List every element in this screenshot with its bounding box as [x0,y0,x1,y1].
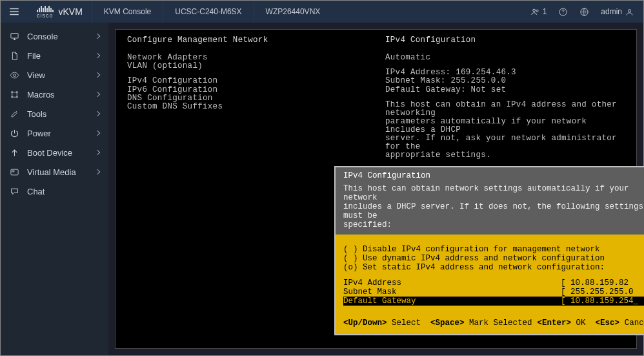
radio-option[interactable]: ( ) Use dynamic IPv4 address and network… [343,254,644,263]
body: Console File View Macros Tools [1,23,643,355]
hamburger-icon [8,6,20,17]
sidebar-item-label: Macros [27,90,88,99]
brand: cisco vKVM [28,5,92,19]
sidebar-item-view[interactable]: View [1,65,108,85]
hint-enter: <Enter> [538,319,572,328]
sidebar-item-label: Virtual Media [27,167,88,177]
field-ipv4-address[interactable]: IPv4 Address[ 10.88.159.82 ] [343,278,644,288]
arrow-up-icon [10,148,19,158]
username-label: admin [601,7,622,16]
sidebar: Console File View Macros Tools [1,23,108,355]
media-icon [10,167,19,177]
nodes-icon [10,90,19,99]
eye-icon [10,70,19,80]
svg-point-8 [12,91,14,93]
chevron-right-icon [95,150,100,155]
field-default-gateway[interactable]: Default Gateway[ 10.88.159.254_ ] [343,297,644,306]
sidebar-item-boot-device[interactable]: Boot Device [1,143,108,162]
dialog-options: ( ) Disable IPv4 configuration for manag… [343,245,644,272]
chevron-right-icon [95,131,100,136]
help-button[interactable] [558,7,568,17]
svg-point-9 [16,91,18,93]
sidebar-item-label: Power [27,129,88,138]
chevron-right-icon [95,72,100,78]
language-button[interactable] [579,7,589,17]
breadcrumb-item[interactable]: UCSC-C240-M6SX [163,1,253,23]
chevron-right-icon [95,169,100,174]
power-icon [10,129,19,138]
console-right-block: Automatic [385,54,625,62]
chat-icon [10,187,19,196]
monitor-icon [10,32,19,41]
sidebar-item-console[interactable]: Console [1,26,108,46]
ipv4-config-dialog: IPv4 Configuration This host can obtain … [334,166,644,335]
console-right-header: IPv4 Configuration [385,36,625,45]
main: Configure Management Network IPv4 Config… [108,23,643,355]
sidebar-item-label: Chat [27,187,99,196]
sidebar-item-label: Boot Device [27,148,88,158]
brand-small-text: cisco [37,12,54,19]
field-value: 10.88.159.254_ [570,297,638,306]
svg-point-11 [16,96,18,98]
dialog-fields: IPv4 Address[ 10.88.159.82 ] Subnet Mask… [343,278,644,306]
app-root: cisco vKVM KVM Console UCSC-C240-M6SX WZ… [0,0,644,356]
svg-point-10 [12,96,14,98]
sidebar-item-power[interactable]: Power [1,123,108,143]
dialog-header: IPv4 Configuration This host can obtain … [336,167,644,235]
console-left-block: IPv4 Configuration IPv6 Configuration DN… [127,77,385,111]
cisco-logo-icon: cisco [37,5,54,19]
chevron-right-icon [95,111,100,116]
breadcrumb-item[interactable]: WZP26440VNX [254,1,332,23]
sidebar-item-label: File [27,51,88,61]
field-value: 10.88.159.82 [570,278,629,288]
chevron-right-icon [95,53,100,58]
sidebar-item-label: Console [27,32,88,41]
svg-rect-13 [12,171,14,172]
sidebar-item-tools[interactable]: Tools [1,104,108,123]
users-count: 1 [543,7,547,16]
users-icon [530,7,540,17]
console-left-block: Network Adapters VLAN (optional) [127,54,385,70]
dialog-footer: <Up/Down> Select <Space> Mark Selected <… [336,312,644,334]
hint-esc: <Esc> [596,319,620,328]
sidebar-item-file[interactable]: File [1,46,108,65]
radio-option[interactable]: (o) Set static IPv4 address and network … [343,263,644,272]
console-right-block: IPv4 Address: 169.254.46.3 Subnet Mask: … [385,68,625,94]
sidebar-item-chat[interactable]: Chat [1,182,108,201]
topbar: cisco vKVM KVM Console UCSC-C240-M6SX WZ… [1,1,643,23]
dialog-body[interactable]: ( ) Disable IPv4 configuration for manag… [336,235,644,312]
user-icon [625,7,634,17]
sidebar-item-label: View [27,70,88,80]
radio-option[interactable]: ( ) Disable IPv4 configuration for manag… [343,245,644,254]
menu-toggle-button[interactable] [1,6,28,17]
svg-rect-6 [11,33,18,38]
chevron-right-icon [95,34,100,39]
user-menu[interactable]: admin [601,7,634,17]
chevron-right-icon [95,92,100,97]
dialog-title: IPv4 Configuration [343,171,644,180]
svg-point-3 [563,13,563,14]
svg-point-7 [14,74,16,76]
field-value: 255.255.255.0 [570,288,634,297]
file-icon [10,51,19,61]
sidebar-item-virtual-media[interactable]: Virtual Media [1,162,108,182]
brand-text: vKVM [59,6,83,17]
console-right-block: This host can obtain an IPv4 address and… [385,101,625,160]
svg-point-0 [532,9,535,12]
field-subnet-mask[interactable]: Subnet Mask[ 255.255.255.0 ] [343,288,644,297]
sidebar-item-macros[interactable]: Macros [1,85,108,104]
hint-space: <Space> [430,319,465,328]
globe-icon [579,7,589,17]
users-indicator[interactable]: 1 [530,7,547,17]
hint-updown: <Up/Down> [343,319,387,328]
breadcrumb-item[interactable]: KVM Console [92,1,163,23]
svg-rect-12 [11,169,18,175]
svg-point-1 [536,10,538,12]
topbar-actions: 1 admin [530,7,643,17]
console-left-header: Configure Management Network [127,36,385,45]
help-icon [558,7,568,17]
breadcrumb: KVM Console UCSC-C240-M6SX WZP26440VNX [92,1,332,23]
sidebar-item-label: Tools [27,109,88,119]
tools-icon [10,109,19,119]
svg-point-5 [629,9,631,12]
